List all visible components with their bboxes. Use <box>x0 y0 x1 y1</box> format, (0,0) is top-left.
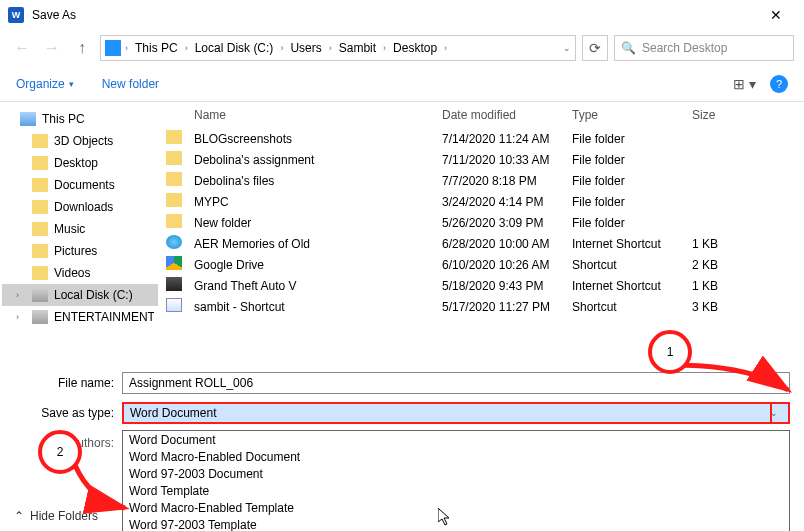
window-title: Save As <box>32 8 756 22</box>
drive-icon <box>32 288 48 302</box>
save-as-type-options: Word DocumentWord Macro-Enabled Document… <box>122 430 790 531</box>
file-date: 7/11/2020 10:33 AM <box>436 153 566 167</box>
col-type[interactable]: Type <box>566 108 686 122</box>
folder-icon <box>166 193 182 207</box>
ie-icon <box>166 235 182 249</box>
file-date: 3/24/2020 4:14 PM <box>436 195 566 209</box>
file-row[interactable]: sambit - Shortcut5/17/2020 11:27 PMShort… <box>160 296 804 317</box>
type-option[interactable]: Word Document <box>123 431 789 448</box>
file-name-label: File name: <box>14 376 122 390</box>
column-headers: Name Date modified Type Size <box>160 102 804 128</box>
pc-icon <box>20 112 36 126</box>
refresh-icon[interactable]: ⟳ <box>582 35 608 61</box>
file-date: 7/7/2020 8:18 PM <box>436 174 566 188</box>
chevron-up-icon: ⌃ <box>14 509 24 523</box>
breadcrumb-item[interactable]: Desktop <box>390 41 440 55</box>
breadcrumb-item[interactable]: This PC <box>132 41 181 55</box>
folder-icon <box>32 156 48 170</box>
tree-item[interactable]: Downloads <box>2 196 158 218</box>
col-name[interactable]: Name <box>188 108 436 122</box>
gta-icon <box>166 277 182 291</box>
search-input[interactable]: 🔍 Search Desktop <box>614 35 794 61</box>
file-row[interactable]: AER Memories of Old6/28/2020 10:00 AMInt… <box>160 233 804 254</box>
file-date: 6/28/2020 10:00 AM <box>436 237 566 251</box>
breadcrumb-item[interactable]: Sambit <box>336 41 379 55</box>
file-name-input[interactable]: Assignment ROLL_006 ⌄ <box>122 372 790 394</box>
pc-icon <box>105 40 121 56</box>
type-option[interactable]: Word Macro-Enabled Template <box>123 499 789 516</box>
nav-up-icon[interactable]: ↑ <box>70 36 94 60</box>
chevron-down-icon[interactable]: ⌄ <box>563 43 571 53</box>
tree-item-local-disk[interactable]: ›Local Disk (C:) <box>2 284 158 306</box>
type-option[interactable]: Word Template <box>123 482 789 499</box>
file-row[interactable]: Debolina's assignment7/11/2020 10:33 AMF… <box>160 149 804 170</box>
tree-item[interactable]: ›ENTERTAINMENT <box>2 306 158 328</box>
type-option[interactable]: Word 97-2003 Template <box>123 516 789 531</box>
chevron-right-icon: › <box>383 43 386 53</box>
chevron-right-icon: › <box>444 43 447 53</box>
tree-item[interactable]: Desktop <box>2 152 158 174</box>
file-row[interactable]: MYPC3/24/2020 4:14 PMFile folder <box>160 191 804 212</box>
file-date: 7/14/2020 11:24 AM <box>436 132 566 146</box>
nav-forward-icon[interactable]: → <box>40 36 64 60</box>
chevron-right-icon: › <box>16 312 26 322</box>
type-option[interactable]: Word 97-2003 Document <box>123 465 789 482</box>
new-folder-button[interactable]: New folder <box>102 77 159 91</box>
chevron-right-icon: › <box>16 290 26 300</box>
tree-item[interactable]: Videos <box>2 262 158 284</box>
file-row[interactable]: Debolina's files7/7/2020 8:18 PMFile fol… <box>160 170 804 191</box>
search-placeholder: Search Desktop <box>642 41 727 55</box>
chevron-right-icon: › <box>329 43 332 53</box>
breadcrumb-item[interactable]: Users <box>287 41 324 55</box>
file-type: File folder <box>566 195 686 209</box>
tree-root-this-pc[interactable]: This PC <box>2 108 158 130</box>
file-name: Debolina's assignment <box>188 153 436 167</box>
organize-button[interactable]: Organize ▾ <box>16 77 74 91</box>
tree-item[interactable]: Pictures <box>2 240 158 262</box>
word-app-icon: W <box>8 7 24 23</box>
help-icon[interactable]: ? <box>770 75 788 93</box>
chevron-down-icon[interactable]: ⌄ <box>767 378 783 388</box>
type-option[interactable]: Word Macro-Enabled Document <box>123 448 789 465</box>
file-size: 3 KB <box>686 300 756 314</box>
file-name: New folder <box>188 216 436 230</box>
file-type: Internet Shortcut <box>566 279 686 293</box>
file-type: File folder <box>566 153 686 167</box>
save-as-type-dropdown[interactable]: Word Document ⌄ <box>122 402 790 424</box>
chevron-right-icon: › <box>185 43 188 53</box>
tree-item[interactable]: Music <box>2 218 158 240</box>
chevron-down-icon[interactable]: ⌄ <box>766 408 782 418</box>
file-size: 1 KB <box>686 279 756 293</box>
breadcrumb-item[interactable]: Local Disk (C:) <box>192 41 277 55</box>
save-as-type-label: Save as type: <box>14 406 122 420</box>
tree-item[interactable]: 3D Objects <box>2 130 158 152</box>
col-date[interactable]: Date modified <box>436 108 566 122</box>
search-icon: 🔍 <box>621 41 636 55</box>
file-name: BLOGscreenshots <box>188 132 436 146</box>
file-name: Debolina's files <box>188 174 436 188</box>
file-name: Grand Theft Auto V <box>188 279 436 293</box>
folder-tree: This PC 3D Objects Desktop Documents Dow… <box>0 102 160 362</box>
close-icon[interactable]: ✕ <box>756 7 796 23</box>
file-row[interactable]: BLOGscreenshots7/14/2020 11:24 AMFile fo… <box>160 128 804 149</box>
file-type: File folder <box>566 132 686 146</box>
view-options-icon[interactable]: ⊞ ▾ <box>733 76 756 92</box>
hide-folders-button[interactable]: ⌃ Hide Folders <box>14 509 98 523</box>
col-size[interactable]: Size <box>686 108 756 122</box>
folder-icon <box>32 200 48 214</box>
chevron-down-icon: ▾ <box>69 79 74 89</box>
gd-icon <box>166 256 182 270</box>
address-bar[interactable]: › This PC › Local Disk (C:) › Users › Sa… <box>100 35 576 61</box>
file-type: File folder <box>566 174 686 188</box>
folder-icon <box>166 172 182 186</box>
file-date: 5/26/2020 3:09 PM <box>436 216 566 230</box>
nav-back-icon[interactable]: ← <box>10 36 34 60</box>
file-row[interactable]: Google Drive6/10/2020 10:26 AMShortcut2 … <box>160 254 804 275</box>
authors-label: Authors: <box>14 436 122 450</box>
file-row[interactable]: New folder5/26/2020 3:09 PMFile folder <box>160 212 804 233</box>
file-row[interactable]: Grand Theft Auto V5/18/2020 9:43 PMInter… <box>160 275 804 296</box>
file-name: sambit - Shortcut <box>188 300 436 314</box>
file-name: Google Drive <box>188 258 436 272</box>
folder-icon <box>32 178 48 192</box>
tree-item[interactable]: Documents <box>2 174 158 196</box>
